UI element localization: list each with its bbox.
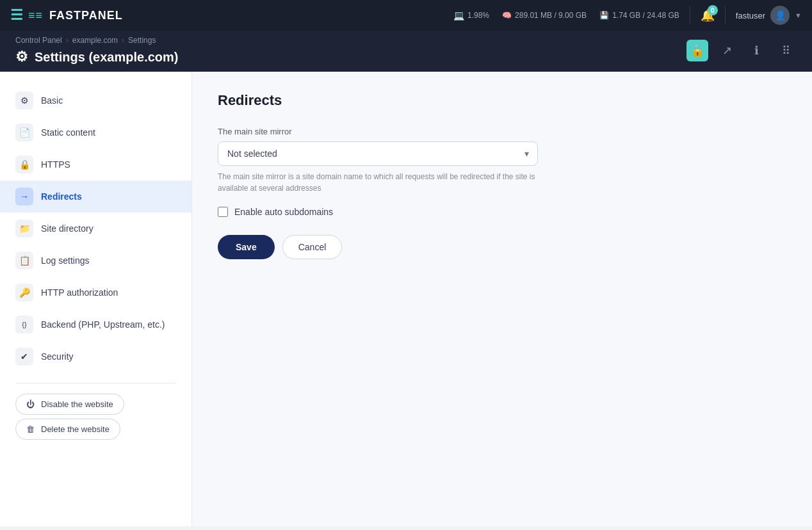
subheader-actions: 🔒 ↗ ℹ ⠿ [686,40,797,61]
mirror-select-wrapper: Not selected ▾ [218,141,538,166]
sidebar-item-label: HTTP authorization [41,287,118,298]
lock-button[interactable]: 🔒 [686,40,708,61]
logo-text: ≡≡ FASTPANEL [28,9,123,22]
http-auth-icon: 🔑 [15,284,33,301]
ram-stat: 🧠 289.01 MB / 9.00 GB [502,11,587,20]
sidebar-item-basic[interactable]: ⚙ Basic [0,84,191,116]
main-content: Redirects The main site mirror Not selec… [192,72,812,526]
breadcrumb-control-panel[interactable]: Control Panel [15,36,62,45]
https-icon: 🔒 [15,156,33,173]
disable-website-button[interactable]: ⏻ Disable the website [15,394,124,415]
redirects-icon: → [15,188,33,205]
username: fastuser [736,11,765,20]
section-title: Redirects [218,92,786,109]
trash-icon: 🗑 [26,424,35,434]
delete-website-button[interactable]: 🗑 Delete the website [15,419,120,440]
topnav: ☰ ≡≡ FASTPANEL 💻 1.98% 🧠 289.01 MB / 9.0… [0,0,812,31]
sidebar-item-backend[interactable]: {} Backend (PHP, Upstream, etc.) [0,309,191,341]
power-icon: ⏻ [26,399,35,409]
layout: ⚙ Basic 📄 Static content 🔒 HTTPS → Redir… [0,72,812,526]
logo: ☰ ≡≡ FASTPANEL [10,7,446,24]
avatar: 👤 [770,6,790,25]
backend-icon: {} [15,316,33,333]
static-content-icon: 📄 [15,124,33,141]
log-settings-icon: 📋 [15,252,33,269]
basic-icon: ⚙ [15,92,33,109]
sidebar-item-redirects[interactable]: → Redirects [0,181,191,213]
ram-icon: 🧠 [502,11,512,20]
breadcrumb-domain[interactable]: example.com [72,36,118,45]
sidebar-item-log-settings[interactable]: 📋 Log settings [0,245,191,277]
sidebar-item-label: Security [41,351,74,362]
subheader: Control Panel › example.com › Settings ⚙… [0,31,812,72]
page-title: ⚙ Settings (example.com) [15,49,179,65]
auto-subdomains-label[interactable]: Enable auto subdomains [234,207,333,217]
external-link-button[interactable]: ↗ [716,40,738,61]
sidebar-item-label: Static content [41,127,95,138]
mirror-form-group: The main site mirror Not selected ▾ The … [218,127,786,194]
breadcrumb: Control Panel › example.com › Settings [15,36,179,45]
save-button[interactable]: Save [218,235,275,259]
disk-icon: 💾 [599,11,609,20]
sidebar-item-label: Site directory [41,223,93,234]
sidebar-item-label: Redirects [41,191,82,202]
hamburger-icon[interactable]: ☰ [10,7,23,24]
cpu-stat: 💻 1.98% [453,10,489,20]
auto-subdomains-checkbox[interactable] [218,207,228,217]
auto-subdomains-row: Enable auto subdomains [218,207,786,217]
sidebar-item-security[interactable]: ✔ Security [0,341,191,373]
chevron-down-icon: ▼ [795,12,802,19]
user-menu[interactable]: fastuser 👤 ▼ [736,6,802,25]
notifications[interactable]: 🔔 0 [701,8,715,22]
system-stats: 💻 1.98% 🧠 289.01 MB / 9.00 GB 💾 1.74 GB … [453,10,679,20]
disk-stat: 💾 1.74 GB / 24.48 GB [599,11,679,20]
mirror-label: The main site mirror [218,127,786,136]
sidebar-item-label: Basic [41,95,63,106]
sidebar-item-static-content[interactable]: 📄 Static content [0,116,191,149]
mirror-select[interactable]: Not selected [218,141,538,166]
sidebar-divider [15,383,176,383]
sidebar-item-https[interactable]: 🔒 HTTPS [0,149,191,181]
info-button[interactable]: ℹ [745,40,767,61]
grid-button[interactable]: ⠿ [775,40,797,61]
breadcrumb-current: Settings [128,36,156,45]
sidebar-item-label: Log settings [41,255,90,266]
sidebar: ⚙ Basic 📄 Static content 🔒 HTTPS → Redir… [0,72,192,526]
settings-icon: ⚙ [15,49,28,65]
cpu-icon: 💻 [453,10,464,20]
mirror-hint: The main site mirror is a site domain na… [218,171,538,194]
sidebar-item-label: Backend (PHP, Upstream, etc.) [41,319,165,330]
divider2 [725,6,726,24]
site-directory-icon: 📁 [15,220,33,237]
security-icon: ✔ [15,348,33,365]
form-actions: Save Cancel [218,235,786,259]
sidebar-item-http-authorization[interactable]: 🔑 HTTP authorization [0,277,191,309]
divider [690,6,690,24]
cancel-button[interactable]: Cancel [282,235,343,259]
sidebar-item-site-directory[interactable]: 📁 Site directory [0,213,191,245]
sidebar-item-label: HTTPS [41,159,70,170]
notif-count: 0 [708,5,718,15]
